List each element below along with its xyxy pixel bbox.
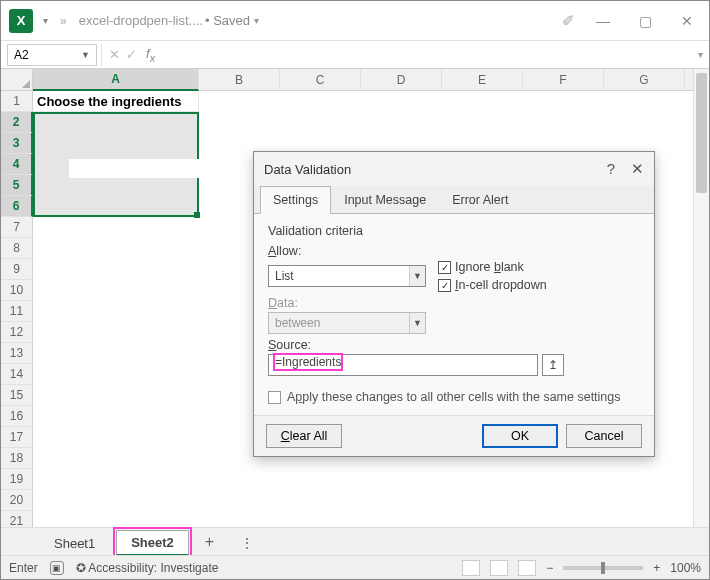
validation-criteria-label: Validation criteria (268, 224, 640, 238)
dialog-tabs: Settings Input Message Error Alert (254, 186, 654, 214)
sheet-tab-sheet2[interactable]: Sheet2 (116, 530, 189, 556)
window-controls: ✐ — ▢ ✕ (562, 12, 701, 30)
row-header[interactable]: 15 (1, 385, 33, 406)
page-layout-view-button[interactable] (490, 560, 508, 576)
data-label: Data: (268, 296, 640, 310)
chevron-down-icon: ▼ (409, 313, 425, 333)
cancel-button[interactable]: Cancel (566, 424, 642, 448)
row-headers[interactable]: 1 2 3 4 5 6 7 8 9 10 11 12 13 14 15 16 1… (1, 91, 33, 532)
row-header[interactable]: 19 (1, 469, 33, 490)
row-header[interactable]: 8 (1, 238, 33, 259)
dialog-titlebar[interactable]: Data Validation ? ✕ (254, 152, 654, 186)
vertical-scrollbar[interactable] (693, 69, 709, 539)
row-header[interactable]: 9 (1, 259, 33, 280)
allow-dropdown[interactable]: List ▼ (268, 265, 426, 287)
zoom-slider[interactable] (563, 566, 643, 570)
name-box-dropdown-icon[interactable]: ▼ (81, 50, 90, 60)
title-dropdown-icon[interactable]: ▾ (254, 15, 259, 26)
status-mode: Enter (9, 561, 38, 575)
row-header[interactable]: 10 (1, 280, 33, 301)
row-header[interactable]: 4 (1, 154, 33, 175)
column-headers[interactable]: A B C D E F G H (33, 69, 693, 91)
range-picker-button[interactable]: ↥ (542, 354, 564, 376)
page-break-view-button[interactable] (518, 560, 536, 576)
apply-to-all-checkbox[interactable]: Apply these changes to all other cells w… (268, 390, 640, 404)
minimize-button[interactable]: — (589, 13, 617, 29)
document-filename: excel-dropdpen-list.... (79, 13, 203, 28)
name-box[interactable]: A2 ▼ (7, 44, 97, 66)
allow-label: Allow: (268, 244, 640, 258)
insert-function-icon[interactable]: fx (146, 46, 155, 64)
apply-label: Apply these changes to all other cells w… (287, 390, 621, 404)
row-header[interactable]: 20 (1, 490, 33, 511)
row-header[interactable]: 2 (1, 112, 33, 133)
data-value: between (275, 316, 320, 330)
source-label: Source: (268, 338, 640, 352)
dialog-help-button[interactable]: ? (607, 160, 615, 178)
column-header[interactable]: F (523, 69, 604, 91)
formula-input[interactable] (159, 44, 694, 66)
title-bar: X ▾ » excel-dropdpen-list.... • Saved ▾ … (1, 1, 709, 41)
source-value: =Ingredients (275, 355, 341, 369)
clear-all-button[interactable]: Clear All (266, 424, 342, 448)
save-status: • Saved (205, 13, 250, 28)
formula-bar: A2 ▼ ✕ ✓ fx ▾ (1, 41, 709, 69)
row-header[interactable]: 12 (1, 322, 33, 343)
row-header[interactable]: 11 (1, 301, 33, 322)
select-all-corner[interactable] (1, 69, 33, 91)
zoom-out-button[interactable]: − (546, 561, 553, 575)
row-header[interactable]: 17 (1, 427, 33, 448)
row-header[interactable]: 7 (1, 217, 33, 238)
quick-access-dropdown-icon[interactable]: ▾ (43, 15, 48, 26)
accessibility-status[interactable]: ✪ Accessibility: Investigate (76, 561, 219, 575)
close-button[interactable]: ✕ (673, 13, 701, 29)
allow-value: List (275, 269, 294, 283)
data-dropdown: between ▼ (268, 312, 426, 334)
dialog-title: Data Validation (264, 162, 351, 177)
sheet-more-button[interactable]: ⋮ (230, 531, 264, 555)
tab-settings[interactable]: Settings (260, 186, 331, 214)
incell-dropdown-checkbox[interactable]: ✓In-cell dropdown (438, 278, 547, 292)
column-header[interactable]: E (442, 69, 523, 91)
column-header[interactable]: G (604, 69, 685, 91)
sheet-tab-sheet1[interactable]: Sheet1 (39, 531, 110, 556)
dialog-close-button[interactable]: ✕ (631, 160, 644, 178)
ok-button[interactable]: OK (482, 424, 558, 448)
row-header[interactable]: 13 (1, 343, 33, 364)
tab-input-message[interactable]: Input Message (331, 186, 439, 213)
format-painter-icon[interactable]: ✐ (562, 12, 575, 30)
ignore-blank-checkbox[interactable]: ✓Ignore blank (438, 260, 547, 274)
cell-a1[interactable]: Choose the ingredients (33, 91, 199, 112)
name-box-value: A2 (14, 48, 29, 62)
dialog-body: Validation criteria Allow: List ▼ ✓Ignor… (254, 214, 654, 415)
row-header[interactable]: 1 (1, 91, 33, 112)
row-header[interactable]: 18 (1, 448, 33, 469)
scrollbar-thumb[interactable] (696, 73, 707, 193)
source-input[interactable]: =Ingredients (268, 354, 538, 376)
new-sheet-button[interactable]: + (195, 529, 224, 555)
expand-formula-bar-icon[interactable]: ▾ (698, 49, 703, 60)
maximize-button[interactable]: ▢ (631, 13, 659, 29)
confirm-edit-icon[interactable]: ✓ (126, 47, 137, 62)
column-header[interactable]: B (199, 69, 280, 91)
zoom-level[interactable]: 100% (670, 561, 701, 575)
row-header[interactable]: 3 (1, 133, 33, 154)
column-header[interactable]: D (361, 69, 442, 91)
cancel-edit-icon[interactable]: ✕ (109, 47, 120, 62)
data-validation-dialog: Data Validation ? ✕ Settings Input Messa… (253, 151, 655, 457)
zoom-in-button[interactable]: + (653, 561, 660, 575)
row-header[interactable]: 5 (1, 175, 33, 196)
sheet-tab-bar: Sheet1 Sheet2 + ⋮ (1, 527, 709, 555)
excel-app-icon: X (9, 9, 33, 33)
row-header[interactable]: 14 (1, 364, 33, 385)
normal-view-button[interactable] (462, 560, 480, 576)
chevron-down-icon: ▼ (409, 266, 425, 286)
status-bar: Enter ▣ ✪ Accessibility: Investigate − +… (1, 555, 709, 579)
row-header[interactable]: 6 (1, 196, 33, 217)
column-header[interactable]: C (280, 69, 361, 91)
column-header[interactable]: A (33, 69, 199, 91)
row-header[interactable]: 16 (1, 406, 33, 427)
more-commands-icon[interactable]: » (60, 14, 67, 28)
tab-error-alert[interactable]: Error Alert (439, 186, 521, 213)
macro-record-icon[interactable]: ▣ (50, 561, 64, 575)
